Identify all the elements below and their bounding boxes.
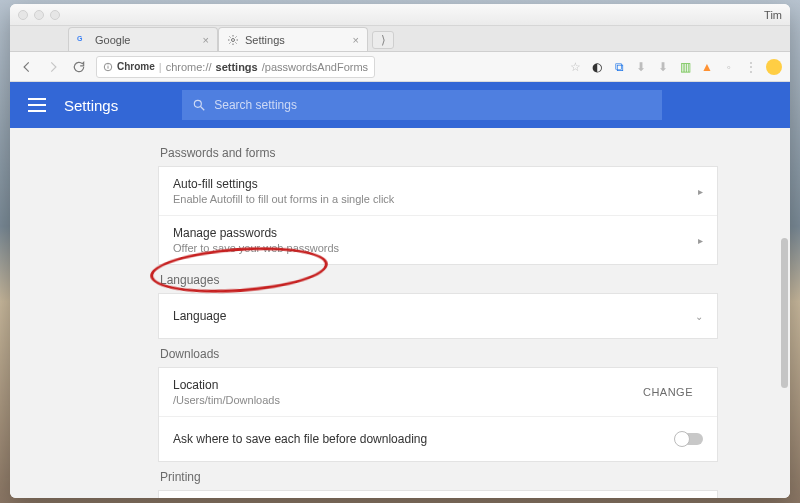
printing-card: Printers ▸	[158, 490, 718, 498]
traffic-lights	[18, 10, 60, 20]
row-subtitle: Enable Autofill to fill out forms in a s…	[173, 193, 394, 205]
window-titlebar: Tim	[10, 4, 790, 26]
svg-text:G: G	[77, 35, 83, 42]
section-heading-passwords-forms: Passwords and forms	[160, 146, 716, 160]
close-tab-icon[interactable]: ×	[353, 34, 359, 46]
svg-line-6	[201, 107, 205, 111]
search-icon	[192, 98, 206, 112]
hamburger-menu-icon[interactable]	[28, 98, 46, 112]
close-window-button[interactable]	[18, 10, 28, 20]
chevron-down-icon: ⌄	[695, 311, 703, 322]
reload-button[interactable]	[70, 58, 88, 76]
downloads-card: Location /Users/tim/Downloads CHANGE Ask…	[158, 367, 718, 462]
extension-icon[interactable]: ⬇	[656, 60, 670, 74]
url-scheme-label: Chrome	[117, 61, 155, 72]
manage-passwords-row[interactable]: Manage passwords Offer to save your web …	[159, 216, 717, 264]
new-tab-button[interactable]: ⟩	[372, 31, 394, 49]
download-location-value: /Users/tim/Downloads	[173, 394, 280, 406]
vertical-scrollbar[interactable]	[780, 160, 788, 498]
svg-rect-3	[108, 66, 109, 69]
extension-icon[interactable]: ◐	[590, 60, 604, 74]
toolbar-right-icons: ☆ ◐ ⧉ ⬇ ⬇ ▥ ▲ ◦ ⋮	[568, 59, 782, 75]
tab-label: Google	[95, 34, 130, 46]
address-bar[interactable]: Chrome | chrome://settings/passwordsAndF…	[96, 56, 375, 78]
change-location-button[interactable]: CHANGE	[633, 380, 703, 404]
os-user-name: Tim	[764, 9, 782, 21]
languages-card: Language ⌄	[158, 293, 718, 339]
tab-google[interactable]: G Google ×	[68, 27, 218, 51]
info-icon	[103, 62, 113, 72]
tab-label: Settings	[245, 34, 285, 46]
row-title: Auto-fill settings	[173, 177, 394, 191]
row-title: Location	[173, 378, 280, 392]
row-title: Language	[173, 309, 226, 323]
extension-icon[interactable]: ▲	[700, 60, 714, 74]
browser-toolbar: Chrome | chrome://settings/passwordsAndF…	[10, 52, 790, 82]
svg-rect-4	[108, 64, 109, 65]
tab-strip: G Google × Settings × ⟩	[10, 26, 790, 52]
url-host: chrome://	[166, 61, 212, 73]
url-rest: /passwordsAndForms	[262, 61, 368, 73]
zoom-window-button[interactable]	[50, 10, 60, 20]
ask-where-toggle[interactable]	[675, 433, 703, 445]
close-tab-icon[interactable]: ×	[203, 34, 209, 46]
passwords-forms-card: Auto-fill settings Enable Autofill to fi…	[158, 166, 718, 265]
settings-header: Settings	[10, 82, 790, 128]
browser-window: Tim G Google × Settings × ⟩	[10, 4, 790, 498]
page-title: Settings	[64, 97, 118, 114]
forward-button[interactable]	[44, 58, 62, 76]
chevron-right-icon: ▸	[698, 186, 703, 197]
star-icon[interactable]: ☆	[568, 60, 582, 74]
row-subtitle: Offer to save your web passwords	[173, 242, 339, 254]
settings-scroll-area[interactable]: Passwords and forms Auto-fill settings E…	[10, 128, 790, 498]
extension-icon[interactable]: ◦	[722, 60, 736, 74]
gear-favicon-icon	[227, 34, 239, 46]
section-heading-printing: Printing	[160, 470, 716, 484]
back-button[interactable]	[18, 58, 36, 76]
printers-row[interactable]: Printers ▸	[159, 491, 717, 498]
menu-icon[interactable]: ⋮	[744, 60, 758, 74]
chevron-right-icon: ▸	[698, 235, 703, 246]
download-icon[interactable]: ⬇	[634, 60, 648, 74]
download-location-row[interactable]: Location /Users/tim/Downloads CHANGE	[159, 368, 717, 417]
extension-icon[interactable]: ▥	[678, 60, 692, 74]
section-heading-languages: Languages	[160, 273, 716, 287]
url-bold: settings	[216, 61, 258, 73]
row-title: Manage passwords	[173, 226, 339, 240]
tab-settings[interactable]: Settings ×	[218, 27, 368, 51]
profile-avatar[interactable]	[766, 59, 782, 75]
minimize-window-button[interactable]	[34, 10, 44, 20]
extension-icon[interactable]: ⧉	[612, 60, 626, 74]
scrollbar-thumb[interactable]	[781, 238, 788, 388]
ask-where-to-save-row[interactable]: Ask where to save each file before downl…	[159, 417, 717, 461]
row-title: Ask where to save each file before downl…	[173, 432, 427, 446]
svg-point-1	[232, 38, 235, 41]
google-favicon-icon: G	[77, 34, 89, 46]
settings-search[interactable]	[182, 90, 662, 120]
search-input[interactable]	[214, 98, 652, 112]
autofill-settings-row[interactable]: Auto-fill settings Enable Autofill to fi…	[159, 167, 717, 216]
language-row[interactable]: Language ⌄	[159, 294, 717, 338]
section-heading-downloads: Downloads	[160, 347, 716, 361]
svg-point-5	[195, 100, 202, 107]
page-content: Settings Passwords and forms Auto-fill s…	[10, 82, 790, 498]
